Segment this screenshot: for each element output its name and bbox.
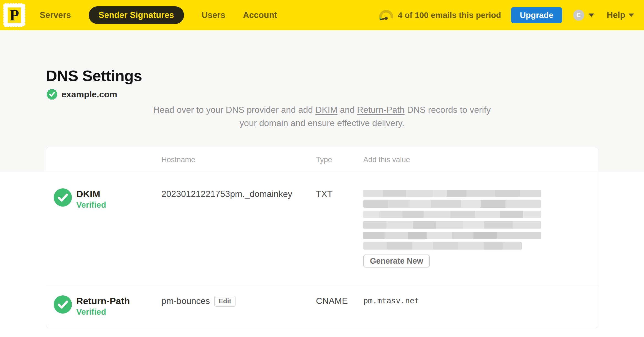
dkim-hostname: 20230121221753pm._domainkey [161, 188, 316, 286]
redacted-value-row [363, 190, 541, 197]
intro-text: and [337, 105, 357, 115]
upgrade-button[interactable]: Upgrade [511, 7, 562, 23]
domain-name: example.com [61, 89, 117, 100]
dkim-status-text: DKIM Verified [76, 188, 106, 210]
edit-button[interactable]: Edit [214, 296, 236, 307]
column-header-value: Add this value [363, 156, 598, 171]
help-label: Help [607, 10, 625, 20]
usage-meter[interactable]: 4 of 100 emails this period [378, 10, 501, 21]
check-circle-icon [54, 188, 72, 207]
return-path-status-cell: Return-Path Verified [46, 295, 161, 328]
postmark-logo-icon[interactable]: P [3, 3, 25, 27]
table-row-return-path: Return-Path Verified pm-bounces Edit CNA… [46, 286, 598, 328]
dkim-status-cell: DKIM Verified [46, 188, 161, 286]
return-path-value: pm.mtasv.net [363, 295, 598, 328]
dkim-value-cell: Generate New [363, 188, 598, 286]
nav-item-sender-signatures-active[interactable]: Sender Signatures [89, 6, 184, 24]
redacted-value-row [363, 200, 541, 208]
account-menu[interactable]: C [573, 10, 594, 21]
top-navbar: P Servers Sender Signatures Users Accoun… [0, 0, 644, 30]
intro-paragraph: Head over to your DNS provider and add D… [46, 103, 598, 130]
dns-records-card: Hostname Type Add this value DKIM Verifi… [46, 147, 598, 328]
primary-nav: Servers Sender Signatures Users Account [40, 6, 277, 24]
return-path-hostname: pm-bounces [161, 295, 210, 306]
navbar-right: 4 of 100 emails this period Upgrade C He… [378, 7, 634, 23]
redacted-value-row [363, 211, 541, 218]
help-menu[interactable]: Help [607, 10, 634, 20]
return-path-hostname-cell: pm-bounces Edit [161, 295, 316, 328]
logo-letter: P [10, 7, 19, 24]
nav-item-users[interactable]: Users [202, 10, 225, 20]
verified-seal-icon [46, 88, 58, 100]
redacted-value-row [363, 221, 541, 229]
check-circle-icon [54, 295, 72, 314]
nav-item-servers[interactable]: Servers [40, 10, 71, 20]
chevron-down-icon [589, 14, 594, 17]
page-title: DNS Settings [46, 67, 598, 85]
gauge-icon [378, 10, 394, 21]
column-header-type: Type [316, 156, 363, 171]
table-row-dkim: DKIM Verified 20230121221753pm._domainke… [46, 171, 598, 286]
generate-new-button[interactable]: Generate New [363, 255, 430, 268]
record-name: DKIM [76, 188, 106, 199]
domain-row: example.com [46, 88, 598, 100]
dkim-type: TXT [316, 188, 363, 286]
return-path-type: CNAME [316, 295, 363, 328]
main-content: DNS Settings example.com Head over to yo… [46, 67, 598, 328]
dkim-link[interactable]: DKIM [315, 105, 337, 115]
redacted-value-row [363, 242, 522, 250]
usage-text: 4 of 100 emails this period [398, 10, 501, 20]
avatar: C [573, 10, 584, 21]
chevron-down-icon [629, 14, 634, 17]
status-badge: Verified [76, 306, 130, 317]
return-path-status-text: Return-Path Verified [76, 295, 130, 317]
status-badge: Verified [76, 199, 106, 210]
nav-item-account[interactable]: Account [243, 10, 277, 20]
record-name: Return-Path [76, 295, 130, 306]
return-path-link[interactable]: Return-Path [357, 105, 405, 115]
intro-text: Head over to your DNS provider and add [153, 105, 315, 115]
redacted-value-row [363, 232, 541, 239]
column-header-hostname: Hostname [161, 156, 316, 171]
redacted-dkim-value [363, 188, 598, 250]
table-header: Hostname Type Add this value [46, 147, 598, 171]
